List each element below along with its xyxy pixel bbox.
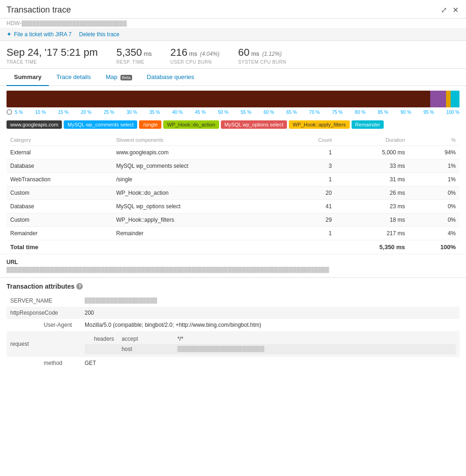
table-section: Category Slowest components Count Durati…	[0, 134, 466, 254]
cell-duration: 26 ms	[335, 186, 408, 200]
col-count: Count	[289, 134, 336, 146]
pct-25: 25 %	[104, 110, 114, 115]
timeline-segment-purple	[430, 91, 446, 107]
pct-95: 95 %	[423, 110, 434, 115]
trace-time-value: Sep 24, '17 5:21 pm	[7, 46, 98, 59]
cell-category: External	[7, 146, 113, 159]
expand-button[interactable]: ⤢	[440, 5, 448, 15]
sys-cpu-value: 60 ms (1.12%)	[238, 46, 286, 59]
action-bar: ✦ File a ticket with JIRA 7 Delete this …	[0, 28, 466, 41]
pct-70: 70 %	[309, 110, 320, 115]
pct-20: 20 %	[81, 110, 92, 115]
accept-value: */*	[173, 334, 456, 344]
cell-component: /single	[113, 173, 289, 186]
attr-row-http-code: httpResponseCode 200	[7, 307, 459, 319]
cell-count: 29	[289, 213, 336, 227]
user-cpu-label: USER CPU BURN	[170, 60, 220, 65]
pct-5: 5 %	[15, 110, 23, 115]
cell-pct: 0%	[409, 186, 459, 200]
attributes-table: SERVER_NAME ████████████████████ httpRes…	[7, 295, 459, 369]
table-row: Database MySQL wp_options select 41 23 m…	[7, 200, 459, 213]
attributes-title: Transaction attributes ?	[7, 283, 459, 290]
legend-mysql-options[interactable]: MySQL wp_options select	[221, 120, 287, 129]
tab-summary[interactable]: Summary	[7, 69, 49, 86]
host-value: ████████████████████████	[173, 344, 456, 354]
legend-do-action[interactable]: WP_Hook::do_action	[163, 120, 219, 129]
cell-count: 1	[289, 227, 336, 240]
url-section: URL ████████████████████████████████████…	[0, 254, 466, 277]
cell-duration: 31 ms	[335, 173, 408, 186]
attr-value-user-agent: Mozilla/5.0 (compatible; bingbot/2.0; +h…	[81, 319, 459, 331]
cell-duration: 33 ms	[335, 159, 408, 173]
url-label: URL	[7, 259, 459, 265]
app-name: HDW-	[7, 20, 21, 26]
table-row: Custom WP_Hook::apply_filters 29 18 ms 0…	[7, 213, 459, 227]
cell-duration: 23 ms	[335, 200, 408, 213]
attr-key-http-code: httpResponseCode	[7, 307, 81, 319]
timeline-bar	[7, 91, 459, 107]
cell-duration: 18 ms	[335, 213, 408, 227]
modal-header: Transaction trace ⤢ ✕	[0, 0, 466, 19]
legend-bar: www.googleapis.com MySQL wp_comments sel…	[0, 117, 466, 134]
table-row: Database MySQL wp_comments select 3 33 m…	[7, 159, 459, 173]
attr-row-method: method GET	[7, 357, 459, 369]
tab-database-queries[interactable]: Database queries	[140, 69, 202, 86]
legend-googleapis[interactable]: www.googleapis.com	[7, 120, 62, 129]
header-row-host: host ████████████████████████	[85, 344, 456, 354]
host-key: host	[118, 344, 173, 354]
sys-cpu-label: SYSTEM CPU BURN	[238, 60, 286, 65]
attr-row-server-name: SERVER_NAME ████████████████████	[7, 295, 459, 307]
cell-component: www.googleapis.com	[113, 146, 289, 159]
legend-apply-filters[interactable]: WP_Hook::apply_filters	[289, 120, 349, 129]
header-label-empty	[85, 344, 118, 354]
trace-time-label: TRACE TIME	[7, 60, 98, 65]
user-cpu-value: 216 ms (4.04%)	[170, 46, 220, 59]
timeline-segment-yellow	[446, 91, 451, 107]
cell-count: 1	[289, 173, 336, 186]
pct-65: 65 %	[286, 110, 297, 115]
attr-value-method: GET	[81, 357, 459, 369]
attr-row-user-agent: User-Agent Mozilla/5.0 (compatible; bing…	[7, 319, 459, 331]
beta-badge: Beta	[120, 75, 132, 80]
attr-key-user-agent: User-Agent	[7, 319, 81, 331]
pct-45: 45 %	[195, 110, 206, 115]
legend-mysql-comments[interactable]: MySQL wp_comments select	[64, 120, 137, 129]
total-pct: 100%	[409, 240, 459, 254]
col-category: Category	[7, 134, 113, 146]
modal-title: Transaction trace	[7, 5, 71, 15]
pct-35: 35 %	[149, 110, 160, 115]
pct-10: 10 %	[35, 110, 46, 115]
legend-single[interactable]: /single	[139, 120, 161, 129]
help-icon[interactable]: ?	[76, 283, 83, 290]
cell-pct: 4%	[409, 227, 459, 240]
col-pct: %	[409, 134, 459, 146]
header-row-accept: headers accept */*	[85, 334, 456, 344]
cell-category: Custom	[7, 186, 113, 200]
legend-remainder[interactable]: Remainder	[352, 120, 384, 129]
tab-map[interactable]: Map Beta	[98, 69, 139, 86]
cell-pct: 0%	[409, 200, 459, 213]
cell-category: WebTransaction	[7, 173, 113, 186]
file-ticket-button[interactable]: ✦ File a ticket with JIRA 7	[7, 31, 72, 38]
request-table: headers accept */* host ████████████████…	[85, 334, 456, 354]
attr-row-request: request headers accept */* host	[7, 331, 459, 357]
pct-85: 85 %	[378, 110, 388, 115]
timeline-circle	[7, 109, 12, 115]
cell-category: Custom	[7, 213, 113, 227]
metrics-bar: Sep 24, '17 5:21 pm TRACE TIME 5,350 ms …	[0, 41, 466, 69]
attributes-section: Transaction attributes ? SERVER_NAME ███…	[0, 277, 466, 374]
resp-time-value: 5,350 ms	[116, 46, 152, 59]
table-row: Remainder Remainder 1 217 ms 4%	[7, 227, 459, 240]
close-button[interactable]: ✕	[452, 5, 459, 15]
cell-pct: 0%	[409, 213, 459, 227]
tab-trace-details[interactable]: Trace details	[49, 69, 98, 86]
cell-component: WP_Hook::do_action	[113, 186, 289, 200]
cell-category: Database	[7, 159, 113, 173]
cell-pct: 1%	[409, 159, 459, 173]
star-icon: ✦	[7, 31, 12, 38]
attr-key-method: method	[7, 357, 81, 369]
cell-duration: 217 ms	[335, 227, 408, 240]
delete-trace-button[interactable]: Delete this trace	[79, 31, 120, 38]
cell-component: MySQL wp_options select	[113, 200, 289, 213]
attr-value-server-name: ████████████████████	[81, 295, 459, 307]
